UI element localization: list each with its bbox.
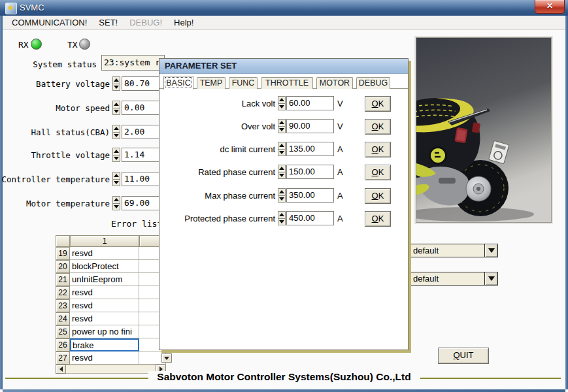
table-row-header[interactable]: 26 bbox=[56, 338, 70, 351]
dialog-body: Lack volt60.00VOKOver volt90.00VOKdc lim… bbox=[159, 89, 408, 350]
table-cell[interactable]: unInitEeprom bbox=[70, 273, 139, 286]
table-column-header[interactable]: 1 bbox=[70, 235, 139, 247]
spin-up-icon[interactable] bbox=[278, 212, 285, 219]
spin-up-icon[interactable] bbox=[113, 101, 120, 108]
h-scroll-left-button[interactable] bbox=[56, 365, 66, 374]
spin-up-icon[interactable] bbox=[113, 197, 120, 204]
tab-temp[interactable]: TEMP bbox=[197, 77, 226, 89]
param-unit: A bbox=[337, 214, 343, 223]
field-spinner[interactable] bbox=[112, 101, 120, 115]
dropdown-2[interactable]: default bbox=[410, 272, 498, 286]
table-row-header[interactable]: 19 bbox=[56, 247, 70, 260]
spin-down-icon[interactable] bbox=[278, 127, 285, 133]
spin-down-icon[interactable] bbox=[113, 133, 120, 139]
spin-up-icon[interactable] bbox=[113, 77, 120, 84]
dropdown-2-button[interactable] bbox=[484, 272, 497, 285]
tab-debug[interactable]: DEBUG bbox=[356, 77, 390, 89]
dropdown-1[interactable]: default bbox=[410, 244, 498, 257]
table-cell[interactable]: resvd bbox=[70, 299, 139, 312]
dialog-title-bar[interactable]: PARAMETER SET bbox=[159, 59, 408, 74]
param-value[interactable]: 450.00 bbox=[286, 211, 334, 225]
param-spinner[interactable] bbox=[278, 165, 286, 179]
table-row-header[interactable]: 20 bbox=[56, 260, 70, 273]
spin-down-icon[interactable] bbox=[113, 204, 120, 210]
ok-button[interactable]: OK bbox=[365, 211, 391, 227]
table-row-header[interactable]: 24 bbox=[56, 312, 70, 325]
ok-button[interactable]: OK bbox=[365, 142, 391, 157]
spin-down-icon[interactable] bbox=[278, 150, 285, 156]
tab-basic[interactable]: BASIC bbox=[163, 76, 193, 90]
dialog-title: PARAMETER SET bbox=[165, 61, 237, 71]
param-spinner[interactable] bbox=[278, 119, 286, 133]
field-value[interactable]: 0.00 bbox=[122, 101, 160, 115]
table-row-header[interactable]: 25 bbox=[56, 325, 70, 338]
tx-led-icon bbox=[79, 39, 90, 50]
spin-down-icon[interactable] bbox=[278, 219, 285, 225]
param-value[interactable]: 350.00 bbox=[286, 188, 334, 203]
tab-func[interactable]: FUNC bbox=[229, 77, 258, 89]
spin-up-icon[interactable] bbox=[113, 125, 120, 133]
ok-button[interactable]: OK bbox=[365, 188, 391, 204]
param-spinner[interactable] bbox=[278, 188, 286, 203]
ok-button[interactable]: OK bbox=[365, 96, 391, 112]
v-scroll-down-button[interactable] bbox=[161, 353, 172, 363]
spin-down-icon[interactable] bbox=[278, 104, 285, 110]
spin-down-icon[interactable] bbox=[278, 172, 285, 179]
spin-up-icon[interactable] bbox=[278, 142, 285, 150]
table-row-header[interactable]: 23 bbox=[56, 299, 70, 312]
field-value[interactable]: 1.14 bbox=[122, 148, 160, 162]
table-cell[interactable]: blockProtect bbox=[70, 260, 139, 273]
close-button[interactable]: ✕ bbox=[535, 0, 565, 14]
quit-button[interactable]: QUIT bbox=[438, 348, 489, 364]
table-cell[interactable]: resvd bbox=[70, 312, 139, 325]
spin-up-icon[interactable] bbox=[278, 165, 285, 172]
spin-down-icon[interactable] bbox=[113, 180, 120, 186]
table-row-header[interactable]: 21 bbox=[56, 273, 70, 286]
spin-up-icon[interactable] bbox=[278, 189, 285, 196]
table-cell[interactable]: brake bbox=[70, 338, 139, 351]
tab-motor[interactable]: MOTOR bbox=[316, 77, 353, 89]
spin-up-icon[interactable] bbox=[278, 97, 285, 104]
spin-up-icon[interactable] bbox=[278, 120, 285, 127]
tab-throttle[interactable]: THROTTLE bbox=[261, 77, 313, 89]
ok-button[interactable]: OK bbox=[365, 119, 391, 135]
ok-button[interactable]: OK bbox=[365, 165, 391, 180]
field-value[interactable]: 2.00 bbox=[122, 125, 160, 139]
spin-down-icon[interactable] bbox=[113, 108, 120, 115]
rx-label: RX bbox=[18, 40, 29, 50]
table-cell[interactable]: resvd bbox=[70, 286, 139, 299]
title-bar[interactable]: SVMC ✕ bbox=[0, 0, 568, 16]
param-spinner[interactable] bbox=[278, 142, 286, 156]
param-spinner[interactable] bbox=[278, 211, 286, 225]
menu-item-set[interactable]: SET! bbox=[93, 16, 123, 29]
field-spinner[interactable] bbox=[112, 172, 120, 186]
param-value[interactable]: 135.00 bbox=[286, 142, 334, 156]
dropdown-1-button[interactable] bbox=[484, 244, 497, 257]
field-value[interactable]: 69.00 bbox=[122, 196, 160, 210]
param-label: Rated phase current bbox=[166, 167, 275, 177]
table-row-header[interactable]: 27 bbox=[56, 351, 70, 365]
field-value[interactable]: 80.70 bbox=[122, 76, 160, 91]
field-spinner[interactable] bbox=[112, 76, 120, 91]
spin-down-icon[interactable] bbox=[113, 155, 120, 162]
table-row-header[interactable]: 22 bbox=[56, 286, 70, 299]
system-status-value[interactable]: 23:system run bbox=[101, 55, 165, 71]
menu-item-help[interactable]: Help! bbox=[169, 16, 199, 29]
param-value[interactable]: 90.00 bbox=[286, 119, 334, 133]
param-value[interactable]: 150.00 bbox=[286, 165, 334, 179]
param-value[interactable]: 60.00 bbox=[286, 96, 334, 110]
spin-up-icon[interactable] bbox=[113, 172, 120, 180]
spin-up-icon[interactable] bbox=[113, 148, 120, 155]
table-cell[interactable]: resvd bbox=[70, 351, 139, 365]
field-spinner[interactable] bbox=[112, 148, 120, 162]
spin-down-icon[interactable] bbox=[113, 84, 120, 91]
menu-item-debug[interactable]: DEBUG! bbox=[124, 16, 167, 29]
table-cell[interactable]: power up no fini bbox=[70, 325, 139, 338]
param-spinner[interactable] bbox=[278, 96, 286, 110]
field-spinner[interactable] bbox=[112, 196, 120, 210]
field-spinner[interactable] bbox=[112, 125, 120, 139]
menu-item-communication[interactable]: COMMUNICATION! bbox=[7, 16, 92, 29]
field-value[interactable]: 11.00 bbox=[122, 172, 160, 186]
table-cell[interactable]: resvd bbox=[70, 247, 139, 260]
spin-down-icon[interactable] bbox=[278, 196, 285, 203]
